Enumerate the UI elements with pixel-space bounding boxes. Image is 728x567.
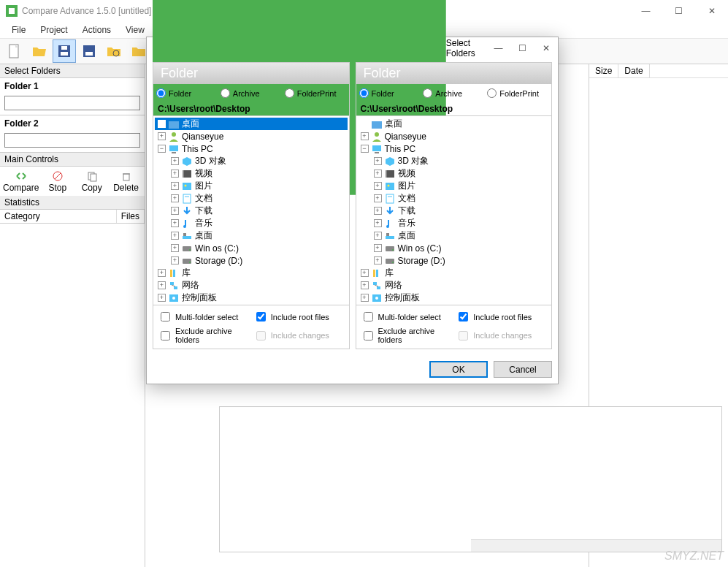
check-changes: Include changes: [253, 327, 345, 344]
expand-icon[interactable]: +: [171, 244, 179, 252]
radio-archive[interactable]: Archive: [423, 88, 484, 98]
cancel-button[interactable]: Cancel: [494, 361, 552, 378]
tree-row[interactable]: +3D 对象: [358, 155, 551, 167]
folder-tree[interactable]: 桌面+Qianseyue−This PC+3D 对象+视频+图片+文档+下载+音…: [153, 115, 349, 305]
tree-row[interactable]: +库: [358, 267, 551, 279]
tree-row[interactable]: +Win os (C:): [358, 242, 551, 254]
radio-folder[interactable]: Folder: [359, 88, 421, 98]
folder-tree[interactable]: 桌面+Qianseyue−This PC+3D 对象+视频+图片+文档+下载+音…: [356, 115, 552, 305]
tree-row[interactable]: +库: [155, 267, 348, 279]
tree-row[interactable]: +Qianseyue: [155, 130, 348, 142]
tree-row[interactable]: 桌面: [358, 118, 551, 130]
dialog-minimize-button[interactable]: —: [486, 37, 510, 59]
check-multi[interactable]: Multi-folder select: [361, 310, 452, 324]
stop-button[interactable]: Stop: [42, 170, 73, 193]
check-exclude[interactable]: Exclude archive folders: [158, 327, 249, 344]
expand-icon[interactable]: +: [374, 182, 382, 190]
radio-folderprint[interactable]: FolderPrint: [487, 88, 548, 98]
menu-actions[interactable]: Actions: [77, 23, 117, 37]
expand-icon[interactable]: +: [171, 157, 179, 165]
expand-icon[interactable]: +: [361, 269, 369, 277]
expand-icon[interactable]: −: [158, 145, 166, 153]
tree-row[interactable]: +下载: [358, 205, 551, 217]
radio-folder[interactable]: Folder: [156, 88, 218, 98]
dialog-close-button[interactable]: ✕: [534, 37, 558, 59]
close-button[interactable]: ✕: [695, 0, 728, 22]
check-multi[interactable]: Multi-folder select: [158, 310, 249, 324]
tree-row[interactable]: +Qianseyue: [358, 130, 551, 142]
expand-icon[interactable]: +: [171, 194, 179, 202]
col-size[interactable]: Size: [589, 64, 618, 77]
tree-row[interactable]: +音乐: [155, 217, 348, 229]
delete-button[interactable]: Delete: [110, 170, 142, 193]
compare-button[interactable]: Compare: [3, 170, 39, 193]
expand-icon[interactable]: +: [374, 170, 382, 178]
tree-row[interactable]: 桌面: [155, 118, 348, 130]
tree-row[interactable]: −This PC: [358, 142, 551, 155]
tree-row[interactable]: +控制面板: [358, 292, 551, 304]
tree-row[interactable]: +图片: [155, 180, 348, 192]
expand-icon[interactable]: +: [158, 132, 166, 140]
tree-row[interactable]: +视频: [155, 167, 348, 180]
tree-row[interactable]: +Storage (D:): [358, 254, 551, 267]
expand-icon[interactable]: +: [361, 132, 369, 140]
expand-icon[interactable]: +: [374, 194, 382, 202]
tree-row[interactable]: +桌面: [358, 229, 551, 242]
tree-row[interactable]: +图片: [358, 180, 551, 192]
expand-icon[interactable]: +: [374, 219, 382, 227]
folder1-input[interactable]: [4, 96, 140, 110]
expand-icon[interactable]: +: [158, 269, 166, 277]
expand-icon[interactable]: +: [374, 157, 382, 165]
tree-row[interactable]: +下载: [155, 205, 348, 217]
expand-icon[interactable]: +: [171, 219, 179, 227]
check-root[interactable]: Include root files: [253, 310, 345, 324]
col-date[interactable]: Date: [618, 64, 649, 77]
tree-row[interactable]: +Storage (D:): [155, 254, 348, 267]
tree-row[interactable]: +网络: [358, 279, 551, 292]
expand-icon[interactable]: +: [374, 207, 382, 215]
col-files[interactable]: Files: [117, 210, 145, 223]
expand-icon[interactable]: +: [374, 256, 382, 265]
open-icon[interactable]: [28, 39, 51, 63]
expand-icon[interactable]: +: [361, 281, 369, 289]
save-icon[interactable]: [53, 39, 76, 63]
menu-view[interactable]: View: [120, 23, 150, 37]
maximize-button[interactable]: ☐: [662, 0, 695, 22]
expand-icon[interactable]: +: [158, 294, 166, 302]
folder2-input[interactable]: [4, 133, 140, 148]
tree-row[interactable]: +音乐: [358, 217, 551, 229]
tree-row[interactable]: +控制面板: [155, 292, 348, 304]
dialog-maximize-button[interactable]: ☐: [510, 37, 534, 59]
tree-row[interactable]: +文档: [358, 192, 551, 205]
expand-icon[interactable]: +: [171, 170, 179, 178]
col-category[interactable]: Category: [0, 210, 117, 223]
minimize-button[interactable]: —: [629, 0, 662, 22]
expand-icon[interactable]: +: [171, 207, 179, 215]
tree-row[interactable]: −This PC: [155, 142, 348, 155]
expand-icon[interactable]: +: [374, 244, 382, 252]
expand-icon[interactable]: +: [361, 294, 369, 302]
tree-row[interactable]: +3D 对象: [155, 155, 348, 167]
expand-icon[interactable]: −: [361, 145, 369, 153]
radio-archive[interactable]: Archive: [221, 88, 282, 98]
expand-icon[interactable]: +: [171, 256, 179, 265]
new-icon[interactable]: [3, 39, 26, 63]
tree-row[interactable]: +桌面: [155, 229, 348, 242]
expand-icon[interactable]: +: [171, 232, 179, 240]
expand-icon[interactable]: +: [171, 182, 179, 190]
menu-project[interactable]: Project: [34, 23, 73, 37]
expand-icon[interactable]: +: [374, 232, 382, 240]
ok-button[interactable]: OK: [429, 361, 488, 378]
folder-search-icon[interactable]: [102, 39, 126, 63]
copy-button[interactable]: Copy: [76, 170, 107, 193]
menu-file[interactable]: File: [6, 23, 31, 37]
tree-row[interactable]: +文档: [155, 192, 348, 205]
tree-row[interactable]: +视频: [358, 167, 551, 180]
expand-icon[interactable]: +: [158, 281, 166, 289]
check-exclude[interactable]: Exclude archive folders: [361, 327, 452, 344]
tree-row[interactable]: +Win os (C:): [155, 242, 348, 254]
saveas-icon[interactable]: [77, 39, 101, 63]
check-root[interactable]: Include root files: [456, 310, 547, 324]
radio-folderprint[interactable]: FolderPrint: [285, 88, 346, 98]
tree-row[interactable]: +网络: [155, 279, 348, 292]
